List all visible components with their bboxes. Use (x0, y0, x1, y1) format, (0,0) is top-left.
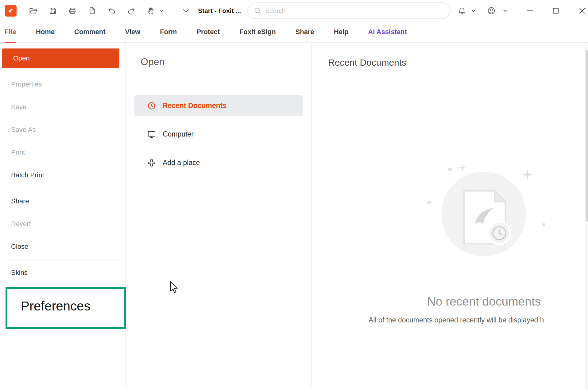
menu-protect[interactable]: Protect (196, 21, 220, 43)
convert-document-icon[interactable] (87, 6, 97, 15)
file-backstage: Open Properties Save Save As Print Batch… (0, 43, 588, 389)
foxit-logo[interactable] (5, 5, 17, 17)
menu-help[interactable]: Help (334, 21, 349, 43)
sidebar-item-preferences[interactable]: Preferences (0, 289, 125, 323)
computer-icon (147, 129, 157, 139)
foxit-logo-glyph (7, 7, 15, 15)
plus-icon (147, 158, 157, 168)
sidebar-item-close[interactable]: Close (0, 235, 125, 258)
place-recent-documents[interactable]: Recent Documents (134, 95, 303, 116)
sidebar-item-skins[interactable]: Skins (0, 261, 125, 284)
vertical-scrollbar[interactable] (585, 43, 588, 389)
minimize-button[interactable] (525, 6, 535, 15)
undo-icon[interactable] (107, 6, 116, 15)
notifications-bell-icon[interactable] (457, 6, 466, 15)
maximize-button[interactable] (551, 6, 560, 15)
close-button[interactable] (578, 6, 587, 15)
hand-tool-dropdown-caret[interactable] (160, 10, 164, 12)
place-add-a-place[interactable]: Add a place (134, 152, 303, 173)
account-icon[interactable] (487, 6, 496, 15)
menu-foxit-esign[interactable]: Foxit eSign (239, 21, 276, 43)
clock-icon (147, 101, 157, 111)
sidebar-item-open[interactable]: Open (2, 48, 119, 68)
menu-comment[interactable]: Comment (74, 21, 105, 43)
menu-ai-assistant[interactable]: AI Assistant (368, 21, 407, 43)
menubar: File Home Comment View Form Protect Foxi… (0, 21, 588, 43)
recent-documents-panel: Recent Documents No recent d (312, 43, 588, 389)
sidebar-divider (4, 260, 122, 260)
account-dropdown-caret[interactable] (503, 10, 507, 12)
hand-tool-icon[interactable] (146, 6, 156, 15)
titlebar: Start - Foxit ... (0, 0, 588, 21)
sidebar-item-batch-print[interactable]: Batch Print (0, 164, 125, 187)
place-label: Add a place (163, 159, 200, 167)
open-panel: Open Recent Documents Computer (126, 43, 312, 389)
menu-share[interactable]: Share (296, 21, 314, 43)
file-menu-sidebar: Open Properties Save Save As Print Batch… (0, 43, 126, 389)
scrollbar-thumb[interactable] (586, 50, 588, 222)
menu-form[interactable]: Form (160, 21, 177, 43)
mouse-cursor (170, 281, 178, 294)
search-box[interactable] (247, 2, 451, 19)
menu-file[interactable]: File (5, 21, 16, 43)
place-label: Recent Documents (163, 102, 226, 110)
menu-view[interactable]: View (125, 21, 140, 43)
sidebar-divider (4, 188, 122, 188)
sidebar-item-print: Print (0, 141, 125, 164)
print-icon[interactable] (68, 6, 77, 15)
redo-icon[interactable] (127, 6, 136, 15)
empty-state-subtitle: All of the documents opened recently wil… (369, 316, 544, 324)
open-panel-heading: Open (141, 56, 311, 67)
sidebar-item-list: Properties Save Save As Print Batch Prin… (0, 73, 125, 323)
recent-documents-heading: Recent Documents (328, 57, 406, 68)
place-computer[interactable]: Computer (134, 124, 303, 145)
open-folder-icon[interactable] (29, 6, 38, 15)
empty-state-title: No recent documents (427, 295, 541, 308)
empty-state-illustration (404, 129, 563, 277)
save-icon[interactable] (48, 6, 57, 15)
sidebar-item-share[interactable]: Share (0, 190, 125, 213)
sidebar-item-revert: Revert (0, 213, 125, 235)
notifications-dropdown-caret[interactable] (472, 10, 475, 12)
menu-home[interactable]: Home (36, 21, 55, 43)
sidebar-item-save-as: Save As (0, 118, 125, 141)
sidebar-item-properties: Properties (0, 73, 125, 96)
place-label: Computer (163, 130, 194, 138)
foxit-app-window: Start - Foxit ... File (0, 0, 588, 389)
search-input[interactable] (265, 7, 444, 14)
window-title: Start - Foxit ... (198, 0, 241, 21)
quick-access-toolbar (29, 0, 164, 21)
search-icon (253, 7, 261, 15)
sidebar-item-save: Save (0, 96, 125, 118)
place-list: Recent Documents Computer Add a place (134, 95, 303, 173)
collapse-toolbar-icon[interactable] (182, 6, 191, 15)
